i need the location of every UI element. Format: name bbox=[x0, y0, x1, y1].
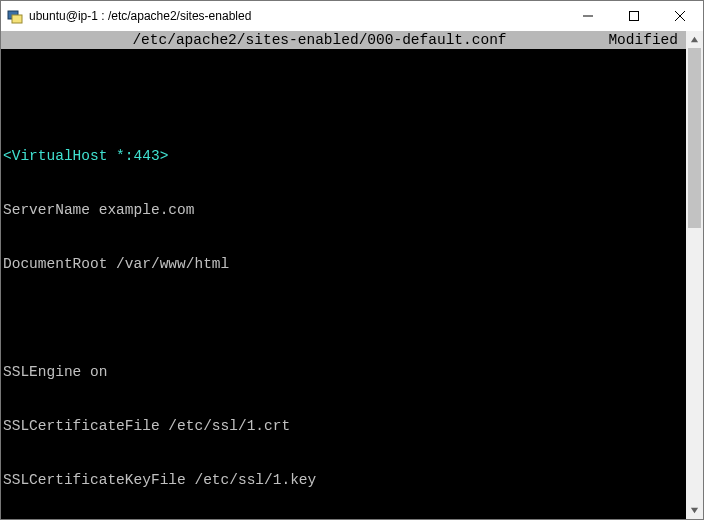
editor-line: <VirtualHost *:443> bbox=[3, 147, 686, 165]
statusbar-filepath: /etc/apache2/sites-enabled/000-default.c… bbox=[63, 31, 576, 49]
scroll-thumb[interactable] bbox=[688, 48, 701, 228]
putty-icon bbox=[7, 8, 23, 24]
terminal-area[interactable]: /etc/apache2/sites-enabled/000-default.c… bbox=[1, 31, 686, 519]
editor-line: SSLEngine on bbox=[3, 363, 686, 381]
svg-rect-1 bbox=[12, 15, 22, 23]
svg-rect-3 bbox=[630, 12, 639, 21]
editor-body[interactable]: <VirtualHost *:443> ServerName example.c… bbox=[1, 49, 686, 520]
scroll-track[interactable] bbox=[686, 48, 703, 502]
svg-marker-6 bbox=[691, 37, 698, 42]
statusbar-modified: Modified bbox=[576, 31, 686, 49]
titlebar[interactable]: ubuntu@ip-1 : /etc/apache2/sites-enabled bbox=[1, 1, 703, 31]
maximize-button[interactable] bbox=[611, 1, 657, 31]
scroll-up-icon[interactable] bbox=[686, 31, 703, 48]
nano-statusbar: /etc/apache2/sites-enabled/000-default.c… bbox=[1, 31, 686, 49]
editor-line bbox=[3, 93, 686, 111]
scroll-down-icon[interactable] bbox=[686, 502, 703, 519]
window-title: ubuntu@ip-1 : /etc/apache2/sites-enabled bbox=[29, 9, 251, 23]
vertical-scrollbar[interactable] bbox=[686, 31, 703, 519]
svg-marker-7 bbox=[691, 508, 698, 513]
editor-line: SSLCertificateKeyFile /etc/ssl/1.key bbox=[3, 471, 686, 489]
editor-line: ServerName example.com bbox=[3, 201, 686, 219]
editor-line: SSLCertificateFile /etc/ssl/1.crt bbox=[3, 417, 686, 435]
minimize-button[interactable] bbox=[565, 1, 611, 31]
editor-line: DocumentRoot /var/www/html bbox=[3, 255, 686, 273]
close-button[interactable] bbox=[657, 1, 703, 31]
putty-window: ubuntu@ip-1 : /etc/apache2/sites-enabled… bbox=[0, 0, 704, 520]
editor-line bbox=[3, 309, 686, 327]
